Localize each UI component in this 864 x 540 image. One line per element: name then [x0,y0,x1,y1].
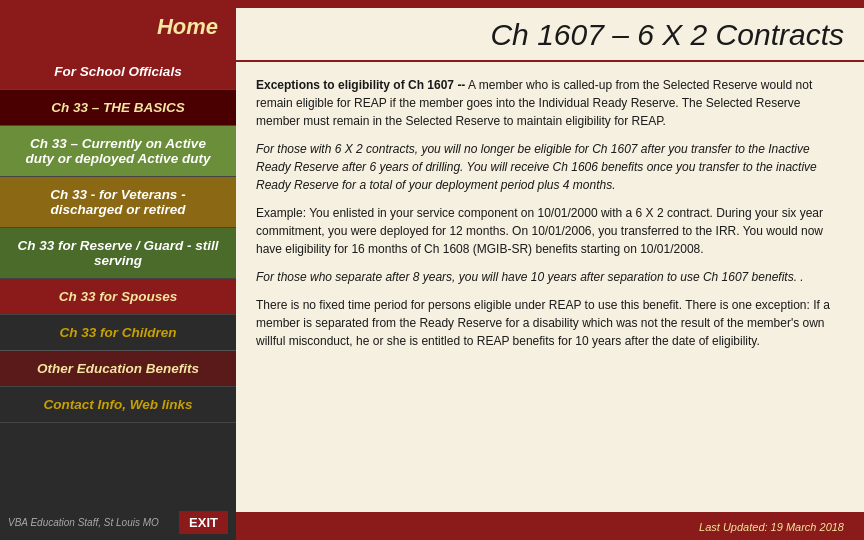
main-header-bar [236,0,864,8]
sidebar-footer-text: VBA Education Staff, St Louis MO [8,517,179,528]
last-updated-text: Last Updated: 19 March 2018 [699,521,844,533]
main-body: Exceptions to eligibility of Ch 1607 -- … [236,62,864,512]
page-title: Ch 1607 – 6 X 2 Contracts [256,18,844,52]
sidebar-item-veterans[interactable]: Ch 33 - for Veterans - discharged or ret… [0,177,236,228]
main-title-bar: Ch 1607 – 6 X 2 Contracts [236,8,864,62]
paragraph-1: Exceptions to eligibility of Ch 1607 -- … [256,76,844,130]
sidebar-item-ch33-basics[interactable]: Ch 33 – THE BASICS [0,90,236,126]
main-footer: Last Updated: 19 March 2018 [236,512,864,540]
sidebar-item-spouses[interactable]: Ch 33 for Spouses [0,279,236,315]
sidebar-home[interactable]: Home [0,0,236,54]
sidebar-item-children[interactable]: Ch 33 for Children [0,315,236,351]
sidebar-item-contact[interactable]: Contact Info, Web links [0,387,236,423]
sidebar-footer: VBA Education Staff, St Louis MO EXIT [0,505,236,540]
main-content: Ch 1607 – 6 X 2 Contracts Exceptions to … [236,0,864,540]
exit-button[interactable]: EXIT [179,511,228,534]
paragraph-2: For those with 6 X 2 contracts, you will… [256,140,844,194]
sidebar-item-for-school[interactable]: For School Officials [0,54,236,90]
paragraph-4: For those who separate after 8 years, yo… [256,268,844,286]
paragraph-5: There is no fixed time period for person… [256,296,844,350]
sidebar: Home For School Officials Ch 33 – THE BA… [0,0,236,540]
sidebar-item-active-duty[interactable]: Ch 33 – Currently on Active duty or depl… [0,126,236,177]
sidebar-item-reserve-guard[interactable]: Ch 33 for Reserve / Guard - still servin… [0,228,236,279]
paragraph-3: Example: You enlisted in your service co… [256,204,844,258]
sidebar-item-other-edu[interactable]: Other Education Benefits [0,351,236,387]
